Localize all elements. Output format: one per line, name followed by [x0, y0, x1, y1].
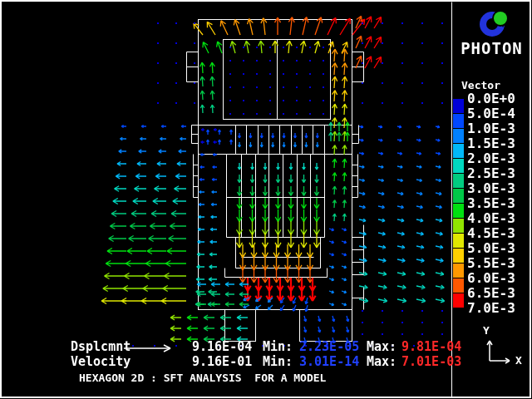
velocity-max-label: Max: — [367, 355, 397, 369]
legend-label: 1.0E-3 — [467, 122, 530, 135]
photon-logo-icon — [475, 4, 514, 42]
legend-label: 3.0E-3 — [467, 182, 530, 195]
axis-y-label: Y — [483, 324, 490, 337]
legend-color-cell — [453, 99, 464, 113]
legend-label: 6.5E-3 — [467, 287, 530, 300]
legend-label: 6.0E-3 — [467, 272, 530, 285]
displacement-max-label: Max: — [367, 340, 397, 354]
legend-label: 5.0E-3 — [467, 242, 530, 255]
legend-color-cell — [453, 174, 464, 188]
displacement-min-value: 2.23E-05 — [299, 340, 359, 354]
photon-app-window: PHOTON Vector 0.0E+05.0E-41.0E-31.5E-32.… — [0, 0, 532, 399]
legend-color-cell — [453, 189, 464, 203]
legend-label: 7.0E-3 — [467, 302, 530, 315]
displacement-min-label: Min: — [263, 340, 293, 354]
legend-color-cell — [453, 114, 464, 128]
velocity-label: Velocity — [71, 355, 131, 369]
legend-color-cell — [453, 249, 464, 263]
velocity-min-value: 3.01E-14 — [299, 355, 359, 369]
legend-label: 5.0E-4 — [467, 107, 530, 121]
analysis-title: HEXAGON 2D : SFT ANALYSIS FOR A MODEL — [79, 372, 326, 384]
displacement-label: Dsplcmnt — [71, 340, 131, 354]
legend-label: 1.5E-3 — [467, 137, 530, 150]
legend-label: 4.0E-3 — [467, 212, 530, 225]
legend-color-cell — [453, 278, 464, 293]
axis-arrows-icon — [487, 341, 510, 363]
legend-label: 5.5E-3 — [467, 257, 530, 270]
legend-color-cell — [453, 159, 464, 173]
legend-label: 3.5E-3 — [467, 197, 530, 210]
legend-color-cell — [453, 129, 464, 143]
legend-color-cell — [453, 144, 464, 158]
axis-triad: Y X — [478, 323, 530, 371]
legend-label: 4.5E-3 — [467, 227, 530, 240]
logo-text: PHOTON — [451, 40, 532, 57]
axis-x-label: X — [515, 354, 522, 367]
legend-color-cell — [453, 219, 464, 233]
velocity-value: 9.16E-01 — [192, 355, 252, 369]
legend-label: 0.0E+0 — [467, 92, 530, 106]
legend-color-cell — [453, 234, 464, 248]
legend-color-cell — [453, 204, 464, 218]
legend-label: 2.5E-3 — [467, 167, 530, 180]
displacement-max-value: 9.81E-04 — [401, 340, 461, 354]
legend-color-cell — [453, 293, 464, 308]
displacement-arrow-icon — [123, 343, 175, 353]
velocity-min-label: Min: — [263, 355, 293, 369]
legend-label: 2.0E-3 — [467, 152, 530, 165]
velocity-max-value: 7.01E-03 — [401, 355, 461, 369]
displacement-value: 9.16E-04 — [192, 340, 252, 354]
legend-color-cell — [453, 264, 464, 278]
